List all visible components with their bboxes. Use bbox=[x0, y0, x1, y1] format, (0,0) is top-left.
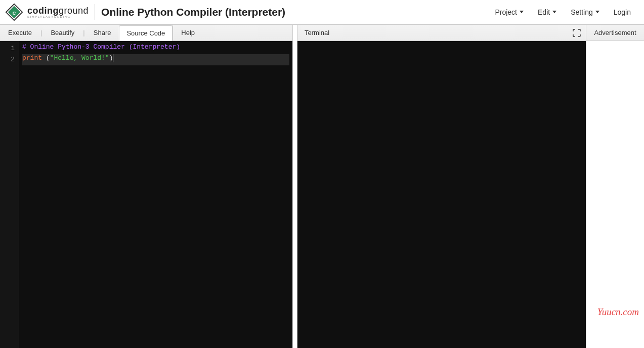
panel-resize-handle[interactable] bbox=[292, 25, 297, 348]
tab-source-code[interactable]: Source Code bbox=[119, 25, 173, 41]
code-content[interactable]: # Online Python-3 Compiler (Interpreter)… bbox=[19, 41, 292, 348]
header-divider bbox=[95, 4, 95, 20]
caret-down-icon bbox=[520, 11, 524, 13]
terminal-body[interactable] bbox=[297, 41, 586, 348]
main-area: Execute | Beautify | Share Source Code H… bbox=[0, 24, 644, 348]
beautify-button[interactable]: Beautify bbox=[42, 25, 82, 41]
token-paren: ) bbox=[109, 54, 113, 62]
execute-button[interactable]: Execute bbox=[0, 25, 40, 41]
top-menu: Project Edit Setting Login bbox=[495, 8, 639, 16]
editor-toolbar: Execute | Beautify | Share Source Code H… bbox=[0, 25, 292, 41]
help-button[interactable]: Help bbox=[173, 25, 203, 41]
header: C codingground SIMPLYEASYCODING Online P… bbox=[0, 0, 644, 24]
page-title: Online Python Compiler (Interpreter) bbox=[101, 6, 285, 18]
menu-setting[interactable]: Setting bbox=[571, 8, 599, 16]
brand-rest: ground bbox=[59, 6, 89, 16]
token-paren: ( bbox=[42, 54, 50, 62]
advertisement-title: Advertisement bbox=[586, 25, 644, 41]
line-number: 2 bbox=[0, 54, 15, 65]
menu-project[interactable]: Project bbox=[495, 8, 524, 16]
terminal-title: Terminal bbox=[305, 29, 329, 36]
advertisement-body bbox=[586, 41, 644, 348]
advertisement-panel: Advertisement bbox=[586, 25, 644, 348]
toolbar-separator: | bbox=[40, 29, 42, 36]
menu-login[interactable]: Login bbox=[614, 8, 631, 16]
code-editor[interactable]: 1 2 # Online Python-3 Compiler (Interpre… bbox=[0, 41, 292, 348]
toolbar-separator: | bbox=[83, 29, 84, 36]
logo-icon: C bbox=[5, 3, 23, 21]
terminal-panel: Terminal bbox=[297, 25, 586, 348]
token-comment: # Online Python-3 Compiler (Interpreter) bbox=[22, 43, 180, 51]
line-number: 1 bbox=[0, 43, 15, 54]
brand-bold: coding bbox=[27, 6, 59, 16]
watermark: Yuucn.com bbox=[597, 306, 639, 318]
token-string: "Hello, World!" bbox=[50, 54, 109, 62]
logo-area[interactable]: C codingground SIMPLYEASYCODING bbox=[5, 3, 89, 21]
share-button[interactable]: Share bbox=[85, 25, 119, 41]
brand-tagline: SIMPLYEASYCODING bbox=[27, 15, 89, 18]
code-line-active: print ("Hello, World!") bbox=[22, 54, 289, 65]
fullscreen-icon[interactable] bbox=[573, 29, 581, 37]
gutter: 1 2 bbox=[0, 41, 19, 348]
caret-down-icon bbox=[595, 11, 599, 13]
token-keyword: print bbox=[22, 54, 42, 62]
svg-text:C: C bbox=[13, 10, 16, 15]
brand-text: codingground SIMPLYEASYCODING bbox=[27, 6, 89, 18]
terminal-header: Terminal bbox=[297, 25, 586, 41]
caret-down-icon bbox=[552, 11, 556, 13]
editor-panel: Execute | Beautify | Share Source Code H… bbox=[0, 25, 292, 348]
menu-edit[interactable]: Edit bbox=[538, 8, 556, 16]
cursor-icon bbox=[113, 54, 113, 62]
code-line: # Online Python-3 Compiler (Interpreter) bbox=[22, 43, 289, 54]
